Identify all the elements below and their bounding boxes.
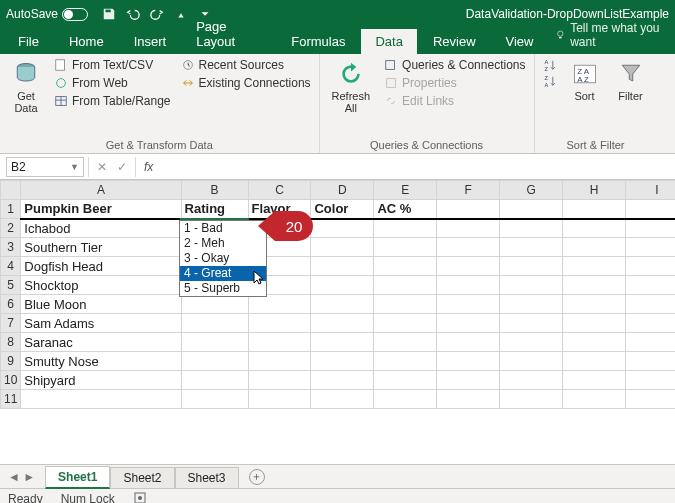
worksheet-grid[interactable]: A B C D E F G H I 1 Pumpkin Beer Rating …: [0, 180, 675, 464]
row-header-10[interactable]: 10: [1, 371, 21, 390]
cell[interactable]: [626, 257, 675, 276]
cell[interactable]: [248, 333, 311, 352]
cell[interactable]: [500, 390, 563, 409]
cell[interactable]: [437, 200, 500, 219]
cell[interactable]: [626, 276, 675, 295]
cell[interactable]: [500, 219, 563, 238]
cell[interactable]: Blue Moon: [21, 295, 181, 314]
cell[interactable]: [374, 352, 437, 371]
cell[interactable]: [181, 314, 248, 333]
dv-option[interactable]: 2 - Meh: [180, 236, 266, 251]
sort-asc-button[interactable]: AZ: [543, 58, 557, 72]
row-header-3[interactable]: 3: [1, 238, 21, 257]
tab-formulas[interactable]: Formulas: [277, 29, 359, 54]
cell[interactable]: [563, 295, 626, 314]
cell[interactable]: [181, 295, 248, 314]
cell[interactable]: Smutty Nose: [21, 352, 181, 371]
cell[interactable]: [248, 295, 311, 314]
cell[interactable]: [626, 219, 675, 238]
sheet-tab-3[interactable]: Sheet3: [175, 467, 239, 488]
cell[interactable]: [437, 352, 500, 371]
redo-icon[interactable]: [150, 7, 164, 21]
row-header-11[interactable]: 11: [1, 390, 21, 409]
cell[interactable]: Ichabod: [21, 219, 181, 238]
cell[interactable]: Shipyard: [21, 371, 181, 390]
cell[interactable]: [311, 257, 374, 276]
cell[interactable]: [311, 238, 374, 257]
dv-option[interactable]: 3 - Okay: [180, 251, 266, 266]
tab-data[interactable]: Data: [361, 29, 416, 54]
cell[interactable]: Saranac: [21, 333, 181, 352]
cell[interactable]: Shocktop: [21, 276, 181, 295]
name-box[interactable]: B2 ▼: [6, 157, 84, 177]
cell[interactable]: [311, 295, 374, 314]
cell[interactable]: [500, 352, 563, 371]
cell[interactable]: [311, 352, 374, 371]
cell[interactable]: [500, 257, 563, 276]
cell[interactable]: [563, 314, 626, 333]
sheet-tab-2[interactable]: Sheet2: [110, 467, 174, 488]
cell[interactable]: [563, 333, 626, 352]
cell[interactable]: [437, 390, 500, 409]
autosave-toggle[interactable]: AutoSave: [6, 7, 88, 21]
cell[interactable]: [311, 333, 374, 352]
cell[interactable]: [437, 333, 500, 352]
cell[interactable]: Pumpkin Beer: [21, 200, 181, 219]
cell[interactable]: [374, 314, 437, 333]
cell[interactable]: Rating: [181, 200, 248, 219]
col-header-b[interactable]: B: [181, 181, 248, 200]
cell[interactable]: [437, 371, 500, 390]
cell[interactable]: Dogfish Head: [21, 257, 181, 276]
col-header-e[interactable]: E: [374, 181, 437, 200]
refresh-all-button[interactable]: Refresh All: [328, 58, 375, 116]
cell[interactable]: [374, 390, 437, 409]
cell[interactable]: [563, 238, 626, 257]
sheet-nav[interactable]: ◄ ►: [8, 470, 35, 484]
sheet-tab-1[interactable]: Sheet1: [45, 466, 110, 489]
row-header-8[interactable]: 8: [1, 333, 21, 352]
existing-connections-button[interactable]: Existing Connections: [181, 76, 311, 90]
cell[interactable]: [248, 314, 311, 333]
fx-icon[interactable]: fx: [144, 160, 153, 174]
cell[interactable]: [500, 200, 563, 219]
col-header-c[interactable]: C: [248, 181, 311, 200]
tab-view[interactable]: View: [492, 29, 548, 54]
dv-option[interactable]: 1 - Bad: [180, 221, 266, 236]
from-web-button[interactable]: From Web: [54, 76, 171, 90]
row-header-6[interactable]: 6: [1, 295, 21, 314]
cell[interactable]: [626, 314, 675, 333]
cell[interactable]: [311, 371, 374, 390]
cell[interactable]: [181, 333, 248, 352]
row-header-1[interactable]: 1: [1, 200, 21, 219]
col-header-d[interactable]: D: [311, 181, 374, 200]
row-header-4[interactable]: 4: [1, 257, 21, 276]
tab-review[interactable]: Review: [419, 29, 490, 54]
cell[interactable]: [374, 371, 437, 390]
cell[interactable]: [437, 219, 500, 238]
row-header-2[interactable]: 2: [1, 219, 21, 238]
cell[interactable]: [181, 371, 248, 390]
cell[interactable]: [626, 200, 675, 219]
col-header-g[interactable]: G: [500, 181, 563, 200]
cell[interactable]: [374, 333, 437, 352]
cancel-formula-icon[interactable]: ✕: [97, 160, 107, 174]
cell[interactable]: [500, 314, 563, 333]
filter-button[interactable]: Filter: [613, 58, 649, 104]
from-text-csv-button[interactable]: From Text/CSV: [54, 58, 171, 72]
tell-me-search[interactable]: Tell me what you want: [555, 21, 675, 54]
cell[interactable]: [248, 352, 311, 371]
cell[interactable]: [500, 333, 563, 352]
cell[interactable]: [500, 371, 563, 390]
tab-file[interactable]: File: [4, 29, 53, 54]
cell[interactable]: [626, 238, 675, 257]
cell[interactable]: [500, 276, 563, 295]
cell[interactable]: [374, 276, 437, 295]
cell[interactable]: [181, 352, 248, 371]
sort-desc-button[interactable]: ZA: [543, 74, 557, 88]
cell[interactable]: [248, 371, 311, 390]
cell[interactable]: [500, 295, 563, 314]
row-header-9[interactable]: 9: [1, 352, 21, 371]
sort-button[interactable]: Z AA Z Sort: [567, 58, 603, 104]
cell[interactable]: AC %: [374, 200, 437, 219]
cell[interactable]: [626, 333, 675, 352]
